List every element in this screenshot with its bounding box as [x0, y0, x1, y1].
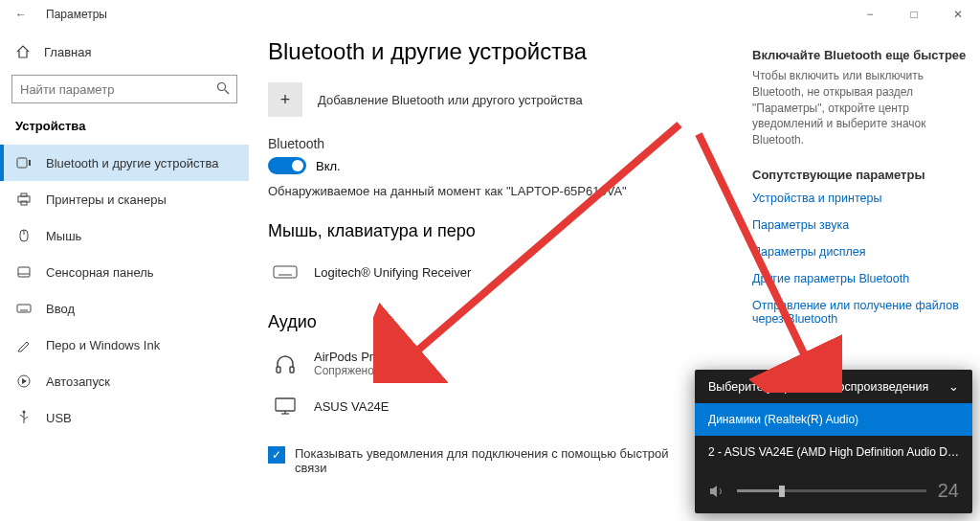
search-icon: [216, 81, 230, 95]
right-pane: Включайте Bluetooth еще быстрее Чтобы вк…: [752, 48, 970, 339]
svg-rect-19: [290, 367, 294, 373]
main-content: Bluetooth и другие устройства + Добавлен…: [268, 29, 693, 521]
page-heading: Bluetooth и другие устройства: [268, 38, 683, 65]
category-label: Устройства: [0, 115, 249, 145]
related-title: Сопутствующие параметры: [752, 168, 970, 182]
bluetooth-toggle[interactable]: [268, 157, 306, 174]
link-send-receive-bt[interactable]: Отправление или получение файлов через B…: [752, 299, 970, 326]
add-device-button[interactable]: + Добавление Bluetooth или другого устро…: [268, 82, 683, 117]
pen-icon: [15, 336, 33, 353]
sidebar: Главная Устройства Bluetooth и другие ус…: [0, 29, 249, 521]
bluetooth-state: Вкл.: [316, 159, 341, 173]
home-icon: [15, 44, 31, 59]
headphones-icon: [272, 351, 299, 377]
device-unifying-receiver[interactable]: Logitech® Unifying Receiver: [268, 251, 683, 293]
nav-typing[interactable]: Ввод: [0, 290, 249, 327]
link-display-settings[interactable]: Параметры дисплея: [752, 245, 970, 259]
minimize-button[interactable]: −: [848, 0, 892, 29]
home-nav[interactable]: Главная: [0, 36, 249, 67]
search-input[interactable]: [11, 75, 237, 103]
maximize-button[interactable]: □: [892, 0, 936, 29]
svg-rect-5: [21, 193, 27, 196]
printer-icon: [15, 191, 33, 208]
bluetooth-label: Bluetooth: [268, 136, 683, 151]
keyboard-icon: [15, 300, 33, 317]
nav-usb[interactable]: USB: [0, 399, 249, 436]
nav-mouse[interactable]: Мышь: [0, 217, 249, 254]
home-label: Главная: [44, 45, 91, 59]
autoplay-icon: [15, 373, 33, 390]
svg-line-1: [225, 90, 229, 94]
keyboard-device-icon: [272, 259, 299, 285]
flyout-header[interactable]: Выберите устройство воспроизведения ⌄: [695, 370, 972, 403]
tip-body: Чтобы включить или выключить Bluetooth, …: [752, 68, 970, 148]
link-more-bluetooth[interactable]: Другие параметры Bluetooth: [752, 272, 970, 285]
mouse-icon: [15, 227, 33, 244]
svg-point-15: [23, 411, 26, 414]
volume-value: 24: [938, 480, 959, 502]
usb-icon: [15, 409, 33, 426]
nav-pen[interactable]: Перо и Windows Ink: [0, 327, 249, 363]
svg-rect-9: [18, 267, 30, 277]
nav-bluetooth[interactable]: Bluetooth и другие устройства: [0, 145, 249, 181]
nav-autoplay[interactable]: Автозапуск: [0, 363, 249, 399]
touchpad-icon: [15, 263, 33, 281]
search-box[interactable]: [11, 75, 237, 103]
device-asus-monitor[interactable]: ASUS VA24E: [268, 385, 683, 427]
section-audio: Аудио: [268, 312, 683, 332]
section-mouse-kb: Мышь, клавиатура и перо: [268, 221, 683, 241]
svg-rect-16: [274, 266, 297, 278]
swift-pair-checkbox-row[interactable]: ✓ Показывать уведомления для подключения…: [268, 446, 683, 475]
chevron-down-icon: ⌄: [948, 379, 959, 394]
speaker-icon[interactable]: [708, 483, 725, 500]
audio-device-speakers[interactable]: Динамики (Realtek(R) Audio): [695, 403, 972, 436]
svg-rect-2: [17, 158, 27, 168]
volume-flyout: Выберите устройство воспроизведения ⌄ Ди…: [695, 370, 972, 513]
volume-slider[interactable]: [737, 489, 926, 492]
bluetooth-icon: [15, 154, 33, 171]
svg-rect-3: [29, 160, 31, 166]
checkbox-checked-icon: ✓: [268, 446, 285, 464]
close-button[interactable]: ✕: [936, 0, 980, 29]
svg-rect-18: [277, 367, 280, 373]
audio-device-asus[interactable]: 2 - ASUS VA24E (AMD High Definition Audi…: [695, 436, 972, 468]
svg-rect-20: [276, 398, 295, 411]
svg-point-0: [218, 83, 226, 91]
link-devices-printers[interactable]: Устройства и принтеры: [752, 192, 970, 205]
nav-touchpad[interactable]: Сенсорная панель: [0, 254, 249, 290]
link-sound-settings[interactable]: Параметры звука: [752, 218, 970, 232]
device-airpods[interactable]: AirPods Pro Сопряжено: [268, 342, 683, 385]
volume-slider-row: 24: [695, 468, 972, 513]
nav-printers[interactable]: Принтеры и сканеры: [0, 181, 249, 217]
monitor-icon: [272, 393, 299, 419]
window-title: Параметры: [46, 8, 107, 21]
plus-icon: +: [268, 82, 302, 117]
svg-rect-11: [17, 305, 31, 312]
discoverable-text: Обнаруживаемое на данный момент как "LAP…: [268, 184, 683, 198]
back-button[interactable]: ←: [10, 8, 33, 21]
tip-title: Включайте Bluetooth еще быстрее: [752, 48, 970, 62]
